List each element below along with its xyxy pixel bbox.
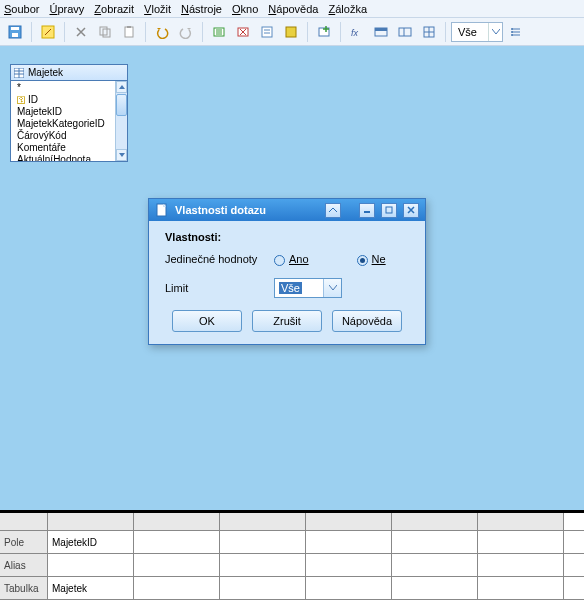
menu-upravy[interactable]: Úpravy bbox=[49, 3, 84, 15]
table-window-header[interactable]: Majetek bbox=[11, 65, 127, 81]
ok-button[interactable]: OK bbox=[172, 310, 242, 332]
svg-rect-6 bbox=[125, 27, 133, 37]
table-window-majetek[interactable]: Majetek * ⚿ID MajetekID MajetekKategorie… bbox=[10, 64, 128, 162]
menu-zobrazit[interactable]: Zobrazit bbox=[94, 3, 134, 15]
svg-point-19 bbox=[511, 31, 513, 33]
svg-point-20 bbox=[511, 34, 513, 36]
scroll-up-icon[interactable] bbox=[116, 81, 127, 93]
svg-rect-15 bbox=[375, 28, 387, 31]
save-icon[interactable] bbox=[4, 21, 26, 43]
clear-query-icon[interactable] bbox=[232, 21, 254, 43]
menu-okno[interactable]: Okno bbox=[232, 3, 258, 15]
functions-icon[interactable]: fx bbox=[346, 21, 368, 43]
redo-icon[interactable] bbox=[175, 21, 197, 43]
radio-no[interactable]: Ne bbox=[357, 253, 386, 266]
grid-label-pole: Pole bbox=[0, 531, 48, 553]
svg-text:fx: fx bbox=[351, 28, 359, 38]
svg-rect-7 bbox=[127, 26, 131, 28]
chevron-down-icon[interactable] bbox=[488, 23, 502, 41]
dialog-heading: Vlastnosti: bbox=[165, 231, 409, 243]
distinct-icon[interactable] bbox=[418, 21, 440, 43]
menu-zalozka[interactable]: Záložka bbox=[328, 3, 367, 15]
dialog-title: Vlastnosti dotazu bbox=[175, 204, 319, 216]
field-id[interactable]: ⚿ID bbox=[17, 94, 115, 106]
grid-row-pole: Pole MajetekID bbox=[0, 531, 584, 554]
grid-label-alias: Alias bbox=[0, 554, 48, 576]
cut-icon[interactable] bbox=[70, 21, 92, 43]
grid-cell-tabulka-0[interactable]: Majetek bbox=[48, 577, 134, 599]
paste-icon[interactable] bbox=[118, 21, 140, 43]
menu-vlozit[interactable]: Vložit bbox=[144, 3, 171, 15]
query-properties-dialog: Vlastnosti dotazu Vlastnosti: Jedinečné … bbox=[148, 198, 426, 345]
grid-row-alias: Alias bbox=[0, 554, 584, 577]
add-table-icon[interactable] bbox=[313, 21, 335, 43]
key-icon: ⚿ bbox=[17, 95, 26, 105]
menu-napoveda[interactable]: Nápověda bbox=[268, 3, 318, 15]
table-scrollbar[interactable] bbox=[115, 81, 127, 161]
svg-rect-16 bbox=[399, 28, 411, 36]
svg-rect-10 bbox=[262, 27, 272, 37]
svg-rect-23 bbox=[386, 207, 392, 213]
help-button[interactable]: Nápověda bbox=[332, 310, 402, 332]
properties-icon[interactable] bbox=[505, 21, 527, 43]
svg-point-18 bbox=[511, 28, 513, 30]
cancel-button[interactable]: Zrušit bbox=[252, 310, 322, 332]
grid-label-tabulka: Tabulka bbox=[0, 577, 48, 599]
svg-rect-1 bbox=[11, 27, 19, 30]
table-icon bbox=[14, 68, 24, 78]
sql-view-icon[interactable] bbox=[280, 21, 302, 43]
design-view-icon[interactable] bbox=[256, 21, 278, 43]
close-button[interactable] bbox=[403, 203, 419, 218]
dialog-titlebar[interactable]: Vlastnosti dotazu bbox=[149, 199, 425, 221]
document-icon bbox=[155, 203, 169, 217]
grid-row-tabulka: Tabulka Majetek bbox=[0, 577, 584, 600]
scroll-thumb[interactable] bbox=[116, 94, 127, 116]
minimize-button[interactable] bbox=[359, 203, 375, 218]
chevron-down-icon[interactable] bbox=[323, 279, 341, 297]
limit-label: Limit bbox=[165, 282, 260, 294]
field-komentare[interactable]: Komentáře bbox=[17, 142, 115, 154]
field-majetekid[interactable]: MajetekID bbox=[17, 106, 115, 118]
query-design-grid: Pole MajetekID Alias Tabulka Majetek bbox=[0, 510, 584, 600]
unique-values-label: Jedinečné hodnoty bbox=[165, 253, 260, 265]
field-carovykod[interactable]: ČárovýKód bbox=[17, 130, 115, 142]
radio-yes[interactable]: Ano bbox=[274, 253, 309, 266]
grid-cell-alias-0[interactable] bbox=[48, 554, 134, 576]
field-aktualnihodnota[interactable]: AktuálníHodnota bbox=[17, 154, 115, 161]
menu-bar: Soubor Úpravy Zobrazit Vložit Nástroje O… bbox=[0, 0, 584, 18]
limit-select-value: Vše bbox=[452, 26, 488, 38]
maximize-button[interactable] bbox=[381, 203, 397, 218]
menu-nastroje[interactable]: Nástroje bbox=[181, 3, 222, 15]
table-fields-list[interactable]: * ⚿ID MajetekID MajetekKategorieID Čárov… bbox=[11, 81, 115, 161]
grid-cell-pole-0[interactable]: MajetekID bbox=[48, 531, 134, 553]
grid-header-row bbox=[0, 513, 584, 531]
query-design-canvas[interactable]: Majetek * ⚿ID MajetekID MajetekKategorie… bbox=[0, 46, 584, 510]
field-majetekkategorie[interactable]: MajetekKategorieID bbox=[17, 118, 115, 130]
limit-select[interactable]: Vše bbox=[451, 22, 503, 42]
run-query-icon[interactable] bbox=[208, 21, 230, 43]
alias-icon[interactable] bbox=[394, 21, 416, 43]
edit-icon[interactable] bbox=[37, 21, 59, 43]
copy-icon[interactable] bbox=[94, 21, 116, 43]
svg-rect-11 bbox=[286, 27, 296, 37]
limit-combo[interactable]: Vše bbox=[274, 278, 342, 298]
table-name-icon[interactable] bbox=[370, 21, 392, 43]
undo-icon[interactable] bbox=[151, 21, 173, 43]
limit-combo-value[interactable]: Vše bbox=[275, 279, 323, 297]
toolbar: fx Vše bbox=[0, 18, 584, 46]
scroll-down-icon[interactable] bbox=[116, 149, 127, 161]
menu-soubor[interactable]: Soubor bbox=[4, 3, 39, 15]
rollup-button[interactable] bbox=[325, 203, 341, 218]
field-all[interactable]: * bbox=[17, 82, 115, 94]
table-window-title: Majetek bbox=[28, 67, 63, 78]
svg-rect-2 bbox=[12, 33, 18, 37]
